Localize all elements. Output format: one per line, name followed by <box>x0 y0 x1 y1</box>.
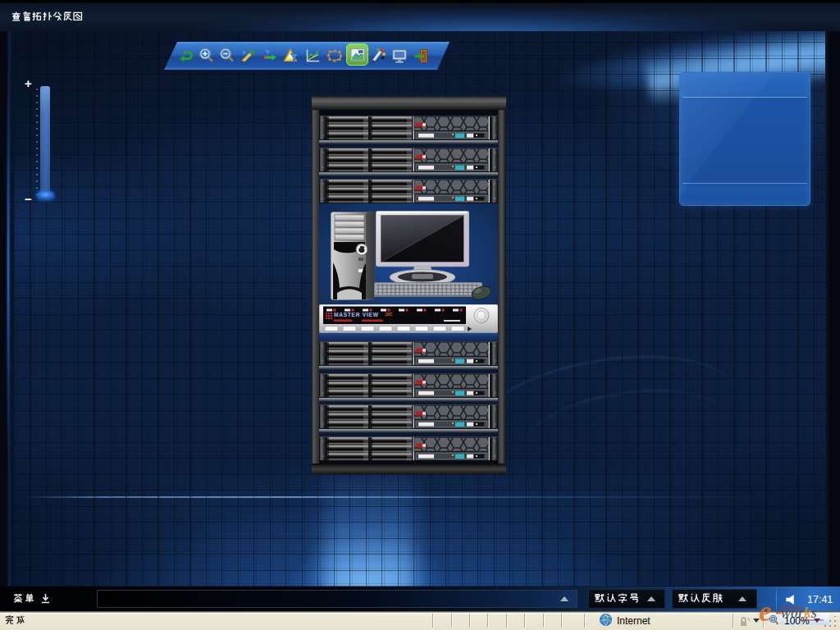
svg-text:e: e <box>759 600 772 628</box>
svg-text:works: works <box>781 605 817 621</box>
